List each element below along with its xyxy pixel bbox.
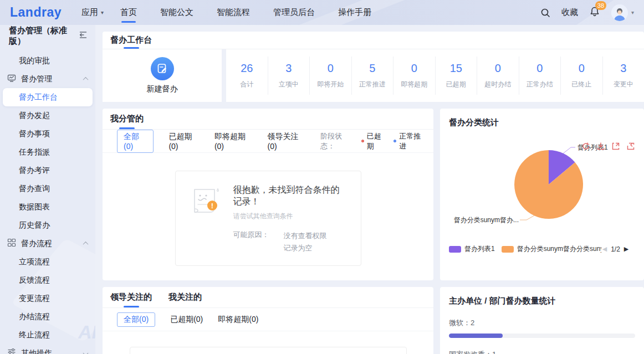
filter-leader-focus[interactable]: 领导关注(0) — [268, 132, 306, 151]
tab-workbench[interactable]: 督办工作台 — [110, 32, 152, 49]
right-column: 督办分类统计 督办列表1 督办分类sunym督办... — [440, 109, 644, 354]
stat-terminated[interactable]: 0已终止 — [560, 57, 602, 95]
search-icon[interactable] — [540, 8, 550, 18]
sidebar-item-task-assign[interactable]: 任务指派 — [0, 143, 95, 161]
notifications-button[interactable]: 38 — [589, 6, 600, 19]
empty-state: ! 很抱歉，未找到符合条件的记录！ 请尝试其他查询条件 可能原因： 没有查看权限… — [175, 171, 361, 266]
chevron-up-icon — [83, 77, 89, 83]
filter-due-soon[interactable]: 即将超期(0) — [218, 315, 258, 325]
new-document-icon — [151, 57, 174, 80]
unit-stats-title: 主办单位 / 部门督办数量统计 — [449, 287, 635, 306]
module-title: 督办管理（标准版） — [9, 25, 79, 47]
nav-home[interactable]: 首页 — [120, 1, 137, 25]
unit-stats-card: 主办单位 / 部门督办数量统计 微软：2 国家发改委：1 — [440, 287, 644, 354]
chart-toolbox — [581, 142, 635, 151]
sidebar-item-initiate[interactable]: 督办发起 — [0, 106, 95, 125]
empty-reasons: 可能原因： 没有查看权限 记录为空 — [233, 230, 347, 254]
legend-page-number: 1/2 — [611, 245, 620, 253]
chevron-down-icon: ▾ — [101, 9, 104, 16]
my-managed-card: 我分管的 全部(0) 已超期(0) 即将超期(0) 领导关注(0) 阶段状态： … — [103, 109, 433, 280]
main-content: 督办工作台 新建督办 26合计 3立项中 0即将开始 5正常推进 0即将超期 1… — [95, 25, 644, 354]
stat-closed-late[interactable]: 0超时办结 — [477, 57, 519, 95]
stat-overdue[interactable]: 15已超期 — [435, 57, 477, 95]
app-screen: Landray 应用 ▾ 首页 智能公文 智能流程 管理员后台 操作手册 收藏 … — [0, 0, 644, 354]
bar-label: 微软：2 — [449, 318, 635, 328]
sidebar-item-query[interactable]: 督办查询 — [0, 179, 95, 198]
sidebar-item-completion-flow[interactable]: 办结流程 — [0, 307, 95, 326]
sidebar-item-workbench[interactable]: 督办工作台 — [3, 88, 93, 106]
sidebar-item-matters[interactable]: 督办事项 — [0, 125, 95, 143]
favorites-link[interactable]: 收藏 — [561, 7, 578, 18]
legend-label[interactable]: 督办列表1 — [464, 244, 495, 254]
stat-starting-soon[interactable]: 0即将开始 — [309, 57, 351, 95]
filter-overdue[interactable]: 已超期(0) — [168, 132, 200, 151]
new-supervision-button[interactable]: 新建督办 — [103, 49, 222, 102]
legend-swatch-purple[interactable] — [449, 246, 461, 253]
sidebar-section-flows[interactable]: 督办流程 — [0, 234, 95, 253]
legend-prev-icon[interactable]: ◀ — [602, 245, 607, 253]
stat-due-soon[interactable]: 0即将超期 — [393, 57, 435, 95]
sidebar-section-supervision-mgmt[interactable]: 督办管理 — [0, 70, 95, 88]
nav-smart-docs[interactable]: 智能公文 — [160, 1, 193, 25]
sidebar-item-feedback-flow[interactable]: 反馈流程 — [0, 271, 95, 289]
sidebar-item-initiation-flow[interactable]: 立项流程 — [0, 253, 95, 271]
tab-leader-focus[interactable]: 领导关注的 — [110, 287, 152, 307]
nav-admin-console[interactable]: 管理员后台 — [273, 1, 315, 25]
download-icon[interactable] — [596, 142, 605, 151]
legend-overdue: 已超期 — [361, 131, 387, 151]
bar-fill — [449, 334, 503, 338]
workbench-body: 新建督办 26合计 3立项中 0即将开始 5正常推进 0即将超期 15已超期 0… — [103, 49, 644, 102]
bar-row: 国家发改委：1 — [449, 350, 635, 354]
user-menu[interactable]: ▾ — [611, 4, 634, 21]
empty-title: 很抱歉，未找到符合条件的记录！ — [233, 184, 347, 208]
sidebar-item-termination-flow[interactable]: 终止流程 — [0, 326, 95, 344]
category-pie-chart[interactable]: 督办列表1 督办分类sunym督办... — [449, 142, 635, 238]
my-managed-filters: 全部(0) 已超期(0) 即将超期(0) 领导关注(0) 阶段状态： 已超期 — [103, 130, 433, 153]
avatar — [611, 4, 628, 21]
tab-my-focus[interactable]: 我关注的 — [168, 287, 202, 307]
app-menu-label: 应用 — [81, 7, 98, 18]
sidebar-item-history[interactable]: 历史督办 — [0, 216, 95, 234]
app-menu-dropdown[interactable]: 应用 ▾ — [81, 7, 104, 18]
stat-total[interactable]: 26合计 — [226, 57, 268, 95]
reason-list: 没有查看权限 记录为空 — [284, 230, 327, 254]
chevron-up-icon — [83, 242, 89, 247]
sidebar-item-change-flow[interactable]: 变更流程 — [0, 289, 95, 307]
stat-changing[interactable]: 3变更中 — [602, 57, 644, 95]
restore-icon[interactable] — [626, 142, 635, 151]
new-supervision-label: 新建督办 — [147, 84, 178, 94]
legend-label[interactable]: 督办分类sunym督办分类sunym督办分类sunym — [517, 244, 601, 254]
svg-text:!: ! — [211, 202, 213, 210]
sidebar-item-evaluation[interactable]: 督办考评 — [0, 161, 95, 179]
left-column: 我分管的 全部(0) 已超期(0) 即将超期(0) 领导关注(0) 阶段状态： … — [103, 109, 433, 354]
sidebar-item-my-approvals[interactable]: 我的审批 — [0, 52, 95, 70]
workbench-header: 督办工作台 — [103, 32, 644, 49]
stats-strip: 26合计 3立项中 0即将开始 5正常推进 0即将超期 15已超期 0超时办结 … — [226, 49, 644, 102]
chevron-down-icon: ▾ — [631, 9, 634, 16]
filter-all[interactable]: 全部(0) — [117, 130, 154, 153]
filter-due-soon[interactable]: 即将超期(0) — [214, 132, 253, 151]
landray-logo: Landray — [10, 5, 62, 20]
legend-next-icon[interactable]: ▶ — [624, 245, 628, 253]
org-flow-icon — [7, 238, 16, 249]
collapse-sidebar-icon[interactable] — [79, 31, 88, 41]
sidebar-item-data-charts[interactable]: 数据图表 — [0, 198, 95, 216]
stat-closed-on-time[interactable]: 0正常办结 — [519, 57, 561, 95]
filter-overdue[interactable]: 已超期(0) — [170, 315, 203, 325]
pie-legend: 督办列表1 督办分类sunym督办分类sunym督办分类sunym ◀ 1/2 … — [449, 244, 635, 254]
nav-smart-flow[interactable]: 智能流程 — [217, 1, 250, 25]
empty-subtitle: 请尝试其他查询条件 — [233, 212, 347, 221]
data-zoom-icon[interactable] — [611, 142, 620, 151]
category-stats-title: 督办分类统计 — [449, 109, 635, 128]
refresh-icon[interactable] — [581, 142, 590, 151]
sliders-icon — [7, 348, 16, 354]
legend-swatch-orange[interactable] — [502, 246, 514, 253]
filter-all[interactable]: 全部(0) — [117, 312, 155, 327]
stat-on-track[interactable]: 5正常推进 — [351, 57, 393, 95]
bar-row: 微软：2 — [449, 318, 635, 338]
sidebar-section-other-ops[interactable]: 其他操作 — [0, 344, 95, 354]
nav-manual[interactable]: 操作手册 — [338, 1, 371, 25]
stat-initiating[interactable]: 3立项中 — [268, 57, 310, 95]
tab-my-managed[interactable]: 我分管的 — [110, 109, 144, 129]
empty-state — [130, 347, 407, 354]
